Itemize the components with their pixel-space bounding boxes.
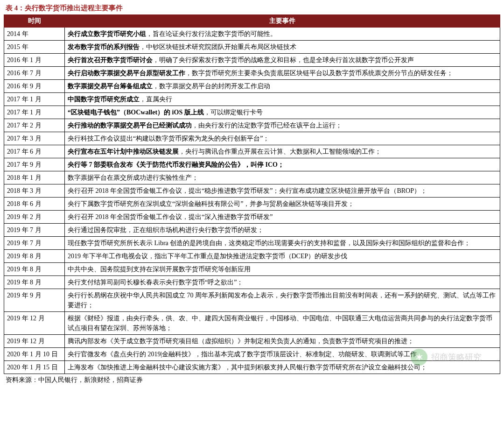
cell-event: 央行召开 2018 年全国货币金银工作会议，提出“稳步推进数字货币研发”；央行宣…	[65, 184, 500, 198]
cell-time: 2016 年 9 月	[4, 80, 65, 93]
event-rest: 中共中央、国务院提到支持在深圳开展数字货币研究等创新应用	[68, 266, 251, 273]
event-lead: 央行成立数字货币研究小组	[68, 30, 146, 37]
cell-time: 2019 年 7 月	[4, 224, 65, 237]
cell-time: 2017 年 6 月	[4, 145, 65, 158]
event-rest: ，央行与腾讯合作重点开展在云计算、大数据和人工智能领域的工作；	[179, 148, 381, 155]
cell-time: 2017 年 2 月	[4, 119, 65, 132]
event-rest: ，数字票据交易平台的封闭开发工作启动	[153, 83, 270, 90]
cell-event: 央行支付结算司副司长穆长春表示央行数字货币“呼之欲出”；	[65, 276, 500, 289]
event-lead: “区块链电子钱包”（BOCwallet）的 iOS 版上线	[68, 109, 204, 116]
cell-event: 央行推动的数字票据交易平台已经测试成功，由央行发行的法定数字货币已经在该平台上运…	[65, 119, 500, 132]
cell-time: 2017 年 1 月	[4, 106, 65, 119]
event-lead: 央行首次召开数字货币研讨会	[68, 57, 153, 64]
cell-event: 发布数字货币的系列报告，中钞区块链技术研究院团队开始重兵布局区块链技术	[65, 41, 500, 54]
table-row: 2019 年 12 月根据《财经》报道，由央行牵头，供、农、中、建四大国有商业银…	[4, 312, 500, 335]
cell-event: 央行行长易纲在庆祝中华人民共和国成立 70 周年系列新闻发布会上表示，央行数字货…	[65, 289, 500, 312]
event-rest: 央行召开 2018 年全国货币金银工作会议，提出“稳步推进数字货币研发”；央行宣…	[68, 187, 427, 194]
event-rest: ，数字货币研究所主要牵头负责底层区块链平台以及数字货币系统票交所分节点的研发任务…	[185, 70, 453, 77]
event-rest: 央行通过国务院审批，正在组织市场机构进行央行数字货币的研发；	[68, 226, 264, 233]
table-title: 表 4：央行数字货币推出进程主要事件	[4, 4, 500, 13]
cell-time: 2017 年 9 月	[4, 158, 65, 171]
cell-event: 央行成立数字货币研究小组，旨在论证央行发行法定数字货币的可能性。	[65, 28, 500, 41]
cell-event: 中国数字货币研究所成立，直属央行	[65, 93, 500, 106]
cell-event: 央行通过国务院审批，正在组织市场机构进行央行数字货币的研发；	[65, 224, 500, 237]
cell-event: 中共中央、国务院提到支持在深圳开展数字货币研究等创新应用	[65, 263, 500, 276]
cell-time: 2014 年	[4, 28, 65, 41]
table-row: 2019 年 8 月2019 年下半年工作电视会议，指出下半年工作重点是加快推进…	[4, 250, 500, 263]
cell-event: 数字票据交易平台筹备组成立，数字票据交易平台的封闭开发工作启动	[65, 80, 500, 93]
table-row: 2014 年央行成立数字货币研究小组，旨在论证央行发行法定数字货币的可能性。	[4, 28, 500, 41]
cell-time: 2017 年 1 月	[4, 93, 65, 106]
cell-event: 央行等 7 部委联合发布《关于防范代币发行融资风险的公告》，叫停 ICO；	[65, 158, 500, 171]
watermark: ✶ 招商策略研究	[411, 349, 482, 366]
cell-event: 央行首次召开数字货币研讨会，明确了央行探索发行数字货币的战略意义和目标，也是全球…	[65, 54, 500, 67]
table-row: 2017 年 1 月“区块链电子钱包”（BOCwallet）的 iOS 版上线，…	[4, 106, 500, 119]
wechat-icon: ✶	[411, 349, 427, 366]
event-rest: ，由央行发行的法定数字货币已经在该平台上运行；	[192, 122, 342, 129]
table-row: 2016 年 9 月数字票据交易平台筹备组成立，数字票据交易平台的封闭开发工作启…	[4, 80, 500, 93]
cell-time: 2018 年 3 月	[4, 184, 65, 198]
cell-event: 央行启动数字票据交易平台原型研发工作，数字货币研究所主要牵头负责底层区块链平台以…	[65, 67, 500, 80]
table-row: 2017 年 1 月中国数字货币研究所成立，直属央行	[4, 93, 500, 106]
cell-time: 2019 年 8 月	[4, 263, 65, 276]
event-rest: 央行下属数字货币研究所在深圳成立“深圳金融科技有限公司”，并参与贸易金融区块链等…	[68, 200, 354, 207]
cell-time: 2019 年 9 月	[4, 289, 65, 312]
event-rest: 央行支付结算司副司长穆长春表示央行数字货币“呼之欲出”；	[68, 279, 243, 286]
event-lead: 央行启动数字票据交易平台原型研发工作	[68, 70, 185, 77]
table-row: 2018 年 3 月央行召开 2018 年全国货币金银工作会议，提出“稳步推进数…	[4, 184, 500, 198]
event-rest: 数字票据平台在票交所成功进行实验性生产；	[68, 174, 198, 181]
cell-time: 2019 年 2 月	[4, 211, 65, 224]
cell-event: 现任数字货币研究所所长表示 Libra 创造的是跨境自由，这类稳定币的出现需要央…	[65, 237, 500, 250]
table-row: 2016 年 1 月央行首次召开数字货币研讨会，明确了央行探索发行数字货币的战略…	[4, 54, 500, 67]
table-row: 2019 年 7 月央行通过国务院审批，正在组织市场机构进行央行数字货币的研发；	[4, 224, 500, 237]
table-row: 2018 年 1 月数字票据平台在票交所成功进行实验性生产；	[4, 171, 500, 184]
col-time-header: 时间	[4, 15, 65, 28]
col-event-header: 主要事件	[65, 15, 500, 28]
table-row: 2019 年 8 月中共中央、国务院提到支持在深圳开展数字货币研究等创新应用	[4, 263, 500, 276]
cell-time: 2016 年 1 月	[4, 54, 65, 67]
cell-time: 2016 年 7 月	[4, 67, 65, 80]
cell-event: 央行科技工作会议提出“构建以数字货币探索为龙头的央行创新平台”；	[65, 132, 500, 145]
table-row: 2017 年 9 月央行等 7 部委联合发布《关于防范代币发行融资风险的公告》，…	[4, 158, 500, 171]
table-row: 2015 年发布数字货币的系列报告，中钞区块链技术研究院团队开始重兵布局区块链技…	[4, 41, 500, 54]
event-rest: 2019 年下半年工作电视会议，指出下半年工作重点是加快推进法定数字货币（DCE…	[68, 253, 347, 260]
event-rest: 现任数字货币研究所所长表示 Libra 创造的是跨境自由，这类稳定币的出现需要央…	[68, 240, 470, 247]
event-lead: 发布数字货币的系列报告	[68, 43, 140, 50]
cell-event: 央行下属数字货币研究所在深圳成立“深圳金融科技有限公司”，并参与贸易金融区块链等…	[65, 198, 500, 211]
cell-time: 2018 年 6 月	[4, 198, 65, 211]
cell-event: 2019 年下半年工作电视会议，指出下半年工作重点是加快推进法定数字货币（DCE…	[65, 250, 500, 263]
table-row: 2017 年 6 月央行宣布在五年计划中推动区块链发展，央行与腾讯合作重点开展在…	[4, 145, 500, 158]
event-lead: 中国数字货币研究所成立	[68, 96, 140, 103]
cell-time: 2019 年 12 月	[4, 312, 65, 335]
cell-time: 2017 年 3 月	[4, 132, 65, 145]
cell-event: 根据《财经》报道，由央行牵头，供、农、中、建四大国有商业银行，中国移动、中国电信…	[65, 312, 500, 335]
cell-time: 2019 年 7 月	[4, 237, 65, 250]
table-row: 2017 年 3 月央行科技工作会议提出“构建以数字货币探索为龙头的央行创新平台…	[4, 132, 500, 145]
cell-event: 腾讯内部发布《关于成立数字货币研究项目组（虚拟组织）》并制定相关负责人的通知，负…	[65, 335, 500, 348]
cell-event: 数字票据平台在票交所成功进行实验性生产；	[65, 171, 500, 184]
table-row: 2019 年 9 月央行行长易纲在庆祝中华人民共和国成立 70 周年系列新闻发布…	[4, 289, 500, 312]
event-rest: ，直属央行	[140, 96, 172, 103]
event-rest: 根据《财经》报道，由央行牵头，供、农、中、建四大国有商业银行，中国移动、中国电信…	[68, 315, 492, 332]
cell-time: 2020 年 1 月 15 日	[4, 361, 65, 374]
cell-time: 2019 年 8 月	[4, 250, 65, 263]
table-row: 2018 年 6 月央行下属数字货币研究所在深圳成立“深圳金融科技有限公司”，并…	[4, 198, 500, 211]
event-rest: 央行召开 2018 年全国货币金银工作会议，提出“深入推进数字货币研发”	[68, 213, 273, 220]
source-line: 资料来源：中国人民银行，新浪财经，招商证券	[4, 376, 500, 384]
cell-event: 央行召开 2018 年全国货币金银工作会议，提出“深入推进数字货币研发”	[65, 211, 500, 224]
event-rest: ，中钞区块链技术研究院团队开始重兵布局区块链技术	[140, 43, 296, 50]
event-rest: 腾讯内部发布《关于成立数字货币研究项目组（虚拟组织）》并制定相关负责人的通知，负…	[68, 338, 414, 345]
table-row: 2019 年 2 月央行召开 2018 年全国货币金银工作会议，提出“深入推进数…	[4, 211, 500, 224]
cell-event: 央行宣布在五年计划中推动区块链发展，央行与腾讯合作重点开展在云计算、大数据和人工…	[65, 145, 500, 158]
cell-time: 2019 年 12 月	[4, 335, 65, 348]
event-rest: ，可以绑定银行卡号	[204, 109, 263, 116]
table-row: 2017 年 2 月央行推动的数字票据交易平台已经测试成功，由央行发行的法定数字…	[4, 119, 500, 132]
events-table: 时间 主要事件 2014 年央行成立数字货币研究小组，旨在论证央行发行法定数字货…	[4, 14, 500, 374]
cell-time: 2019 年 8 月	[4, 276, 65, 289]
event-lead: 央行等 7 部委联合发布《关于防范代币发行融资风险的公告》，叫停 ICO；	[68, 161, 284, 168]
event-rest: ，旨在论证央行发行法定数字货币的可能性。	[146, 30, 277, 37]
cell-event: “区块链电子钱包”（BOCwallet）的 iOS 版上线，可以绑定银行卡号	[65, 106, 500, 119]
cell-time: 2015 年	[4, 41, 65, 54]
table-row: 2019 年 7 月现任数字货币研究所所长表示 Libra 创造的是跨境自由，这…	[4, 237, 500, 250]
cell-time: 2020 年 1 月 10 日	[4, 348, 65, 361]
